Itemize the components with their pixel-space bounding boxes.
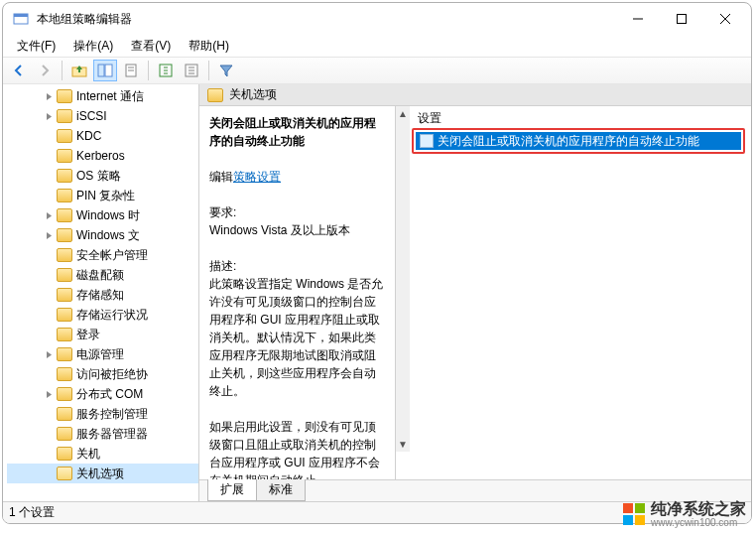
tree-item[interactable]: 登录 (7, 325, 198, 344)
tree-item-label: 服务控制管理 (76, 406, 148, 423)
tree-item-label: 访问被拒绝协 (76, 366, 148, 383)
back-button[interactable] (7, 60, 31, 81)
requirements-value: Windows Vista 及以上版本 (209, 223, 350, 237)
export-list-button[interactable] (180, 60, 203, 81)
no-expand (43, 448, 55, 460)
expand-icon[interactable] (43, 348, 55, 360)
expand-icon[interactable] (43, 110, 55, 122)
refresh-button[interactable] (154, 60, 178, 81)
folder-icon (57, 129, 72, 143)
tree-item[interactable]: Windows 时 (7, 205, 198, 225)
tree-item[interactable]: 服务器管理器 (7, 424, 198, 444)
tree-item-label: Kerberos (76, 149, 125, 163)
tab-standard[interactable]: 标准 (256, 479, 306, 501)
folder-icon (57, 308, 72, 322)
edit-policy-link[interactable]: 策略设置 (233, 170, 281, 184)
content-header-title: 关机选项 (229, 86, 277, 103)
no-expand (43, 249, 55, 261)
tree-item[interactable]: Internet 通信 (7, 86, 198, 106)
folder-icon (57, 367, 72, 381)
bottom-tabs: 扩展 标准 (199, 479, 751, 501)
expand-icon[interactable] (43, 209, 55, 221)
no-expand (43, 408, 55, 420)
no-expand (43, 170, 55, 182)
tree-item-label: Windows 文 (76, 227, 140, 244)
tree-item[interactable]: 关机选项 (7, 464, 198, 483)
folder-icon (57, 169, 72, 183)
folder-icon (57, 328, 72, 341)
tree-item[interactable]: 电源管理 (7, 344, 198, 364)
toolbar-separator (208, 61, 209, 80)
menu-view[interactable]: 查看(V) (123, 36, 179, 57)
folder-up-button[interactable] (67, 60, 91, 81)
tree-item[interactable]: 访问被拒绝协 (7, 364, 198, 384)
no-expand (43, 368, 55, 380)
watermark: 纯净系统之家 www.ycwin100.com (623, 499, 746, 528)
tree-item-label: 服务器管理器 (76, 426, 148, 443)
tree-item-label: 电源管理 (76, 346, 124, 363)
properties-button[interactable] (119, 60, 143, 81)
no-expand (43, 269, 55, 281)
tree-item[interactable]: 服务控制管理 (7, 404, 198, 424)
toolbar-separator (62, 61, 63, 80)
folder-icon (57, 149, 72, 163)
menu-action[interactable]: 操作(A) (65, 36, 121, 57)
tree-item[interactable]: OS 策略 (7, 166, 198, 186)
folder-icon (57, 228, 72, 242)
folder-icon (57, 189, 72, 202)
forward-button[interactable] (33, 60, 57, 81)
close-button[interactable] (703, 5, 747, 33)
tree-item[interactable]: PIN 复杂性 (7, 186, 198, 205)
tree-pane[interactable]: Internet 通信iSCSIKDCKerberosOS 策略PIN 复杂性W… (3, 84, 199, 501)
tree-item[interactable]: Kerberos (7, 146, 198, 166)
watermark-url: www.ycwin100.com (651, 517, 746, 528)
tab-extended[interactable]: 扩展 (207, 479, 257, 501)
no-expand (43, 467, 55, 479)
tree-item-label: 关机 (76, 446, 100, 463)
setting-item-selected[interactable]: 关闭会阻止或取消关机的应用程序的自动终止功能 (416, 132, 741, 150)
menu-file[interactable]: 文件(F) (9, 36, 63, 57)
tree-item[interactable]: Windows 文 (7, 225, 198, 245)
scroll-down-icon[interactable]: ▼ (398, 439, 408, 450)
minimize-button[interactable] (616, 5, 660, 33)
folder-icon (57, 447, 72, 461)
maximize-button[interactable] (660, 5, 703, 33)
description-label: 描述: (209, 259, 236, 273)
main-area: Internet 通信iSCSIKDCKerberosOS 策略PIN 复杂性W… (3, 84, 751, 501)
tree-item-label: KDC (76, 129, 101, 143)
filter-button[interactable] (214, 60, 238, 81)
tree-item[interactable]: 存储运行状况 (7, 305, 198, 325)
tree-item[interactable]: KDC (7, 126, 198, 146)
list-scrollbar[interactable]: ▲ ▼ (396, 106, 410, 452)
tree-item-label: OS 策略 (76, 168, 121, 185)
show-hide-tree-button[interactable] (93, 60, 117, 81)
no-expand (43, 309, 55, 321)
settings-list-pane: ▲ ▼ 设置 关闭会阻止或取消关机的应用程序的自动终止功能 (396, 106, 751, 479)
tree-item[interactable]: 分布式 COM (7, 384, 198, 404)
scroll-up-icon[interactable]: ▲ (398, 108, 408, 119)
no-expand (43, 150, 55, 162)
folder-icon (57, 347, 72, 361)
tree-item[interactable]: 安全帐户管理 (7, 245, 198, 265)
tree-item-label: iSCSI (76, 109, 107, 123)
tree-item-label: 分布式 COM (76, 386, 143, 403)
status-text: 1 个设置 (9, 504, 55, 521)
menu-help[interactable]: 帮助(H) (181, 36, 237, 57)
tree-item[interactable]: 关机 (7, 444, 198, 464)
tree-item-label: PIN 复杂性 (76, 188, 135, 204)
content-body: 关闭会阻止或取消关机的应用程序的自动终止功能 编辑策略设置 要求: Window… (199, 106, 751, 479)
expand-icon[interactable] (43, 90, 55, 102)
folder-icon (57, 109, 72, 123)
tree-item[interactable]: iSCSI (7, 106, 198, 126)
requirements-label: 要求: (209, 205, 236, 219)
expand-icon[interactable] (43, 229, 55, 241)
no-expand (43, 289, 55, 301)
tree-item[interactable]: 存储感知 (7, 285, 198, 305)
toolbar (3, 57, 751, 84)
tree-item[interactable]: 磁盘配额 (7, 265, 198, 285)
folder-icon (57, 268, 72, 282)
folder-icon (57, 467, 72, 480)
folder-icon (57, 288, 72, 302)
expand-icon[interactable] (43, 388, 55, 400)
folder-icon (57, 208, 72, 222)
